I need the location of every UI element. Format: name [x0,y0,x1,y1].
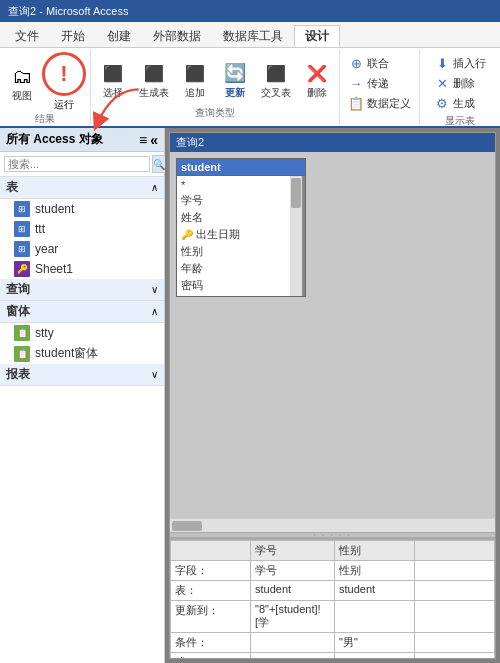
grid-cell-or-1[interactable] [251,653,335,659]
showtable-label: 显示表 [445,114,475,130]
grid-cell-condition-2[interactable]: "男" [335,633,415,653]
datadef-label: 数据定义 [367,96,411,111]
section-forms[interactable]: 窗体 ∧ [0,301,164,323]
showhide-buttons: ⬇ 插入行 ✕ 删除 ⚙ 生成 [430,52,490,114]
select-label: 选择 [103,87,123,99]
crosstab-button[interactable]: ⬛ 交叉表 [257,57,295,101]
pass-button[interactable]: → 传递 [344,74,415,92]
reports-chevron: ∨ [151,369,158,380]
grid-cell-condition-1[interactable] [251,633,335,653]
ribbon-group-querysetup: ⊕ 联合 → 传递 📋 数据定义 [340,50,420,124]
append-icon: ⬛ [181,59,209,87]
grid-cell-update-2[interactable] [335,601,415,633]
main-area: 所有 Access 对象 ≡ « 🔍 表 ∧ ⊞ student ⊞ ttt ⊞… [0,128,500,663]
querysetup-buttons: ⊕ 联合 → 传递 📋 数据定义 [344,52,415,114]
ribbon-group-showhide: ⬇ 插入行 ✕ 删除 ⚙ 生成 显示表 [420,50,500,124]
grid-cell-table-2[interactable]: student [335,581,415,601]
forms-chevron: ∧ [151,306,158,317]
ribbon-tabs: 文件 开始 创建 外部数据 数据库工具 设计 [0,22,500,48]
pass-label: 传递 [367,76,389,91]
grid-row-update: 更新到： "8"+[student]![学 [171,601,495,633]
query-table-area[interactable]: student * 学号 姓名 [170,152,495,518]
field-gender[interactable]: 性别 [177,243,302,260]
generate-button[interactable]: ⬛ 生成表 [135,57,173,101]
grid-header-col1[interactable]: 学号 [251,541,335,561]
year-table-icon: ⊞ [14,241,30,257]
section-reports[interactable]: 报表 ∨ [0,364,164,386]
tab-external[interactable]: 外部数据 [142,25,212,47]
field-age[interactable]: 年龄 [177,260,302,277]
search-input[interactable] [4,156,150,172]
tab-file[interactable]: 文件 [4,25,50,47]
panel-menu-icon[interactable]: ≡ [139,132,147,148]
grid-cell-table-1[interactable]: student [251,581,335,601]
generate-label: 生成表 [139,87,169,99]
run-label: 运行 [54,98,74,112]
grid-header-col2[interactable]: 性别 [335,541,415,561]
search-box: 🔍 [0,152,164,177]
grid-header-col3[interactable] [415,541,495,561]
select-button[interactable]: ⬛ 选择 [95,57,131,101]
studentform-icon: 📋 [14,346,30,362]
tab-home[interactable]: 开始 [50,25,96,47]
field-name[interactable]: 姓名 [177,209,302,226]
tree-item-ttt[interactable]: ⊞ ttt [0,219,164,239]
panel-header-icons: ≡ « [139,132,158,148]
table-scrollbar[interactable] [290,176,302,296]
section-queries[interactable]: 查询 ∨ [0,279,164,301]
ttt-label: ttt [35,222,45,236]
grid-cell-or-2[interactable] [335,653,415,659]
grid-cell-table-3[interactable] [415,581,495,601]
grid-cell-field-3[interactable] [415,561,495,581]
datadef-button[interactable]: 📋 数据定义 [344,94,415,112]
tree-item-sheet1[interactable]: 🔑 Sheet1 [0,259,164,279]
remove-btn[interactable]: ✕ 删除 [430,74,490,92]
tree-item-year[interactable]: ⊞ year [0,239,164,259]
tree-item-stty[interactable]: 📋 stty [0,323,164,343]
query-body: student * 学号 姓名 [170,152,495,658]
field-password-label: 密码 [181,278,203,293]
generate-icon: ⬛ [140,59,168,87]
delete-button[interactable]: ❌ 删除 [299,57,335,101]
generate2-label: 生成 [453,96,475,111]
grid-row-table: 表： student student [171,581,495,601]
field-name-label: 姓名 [181,210,203,225]
view-icon: 🗂 [8,62,36,90]
field-all-label: * [181,179,185,191]
union-label: 联合 [367,56,389,71]
grid-cell-field-2[interactable]: 性别 [335,561,415,581]
remove-icon: ✕ [434,75,450,91]
right-content: 查询2 student * 学号 [165,128,500,663]
union-button[interactable]: ⊕ 联合 [344,54,415,72]
grid-header-rowlabels [171,541,251,561]
insert-row-button[interactable]: ⬇ 插入行 [430,54,490,72]
section-tables[interactable]: 表 ∧ [0,177,164,199]
grid-cell-or-3[interactable] [415,653,495,659]
tab-design[interactable]: 设计 [294,25,340,47]
search-button[interactable]: 🔍 [152,155,166,173]
append-button[interactable]: ⬛ 追加 [177,57,213,101]
grid-cell-condition-3[interactable] [415,633,495,653]
grid-row-or: 或： [171,653,495,659]
run-circle: ! [42,52,86,96]
field-birthdate[interactable]: 🔑 出生日期 [177,226,302,243]
field-password[interactable]: 密码 [177,277,302,294]
tree-item-student[interactable]: ⊞ student [0,199,164,219]
union-icon: ⊕ [348,55,364,71]
tree-item-studentform[interactable]: 📋 student窗体 [0,343,164,364]
tab-create[interactable]: 创建 [96,25,142,47]
field-all[interactable]: * [177,178,302,192]
tab-dbtools[interactable]: 数据库工具 [212,25,294,47]
field-id[interactable]: 学号 [177,192,302,209]
view-button[interactable]: 🗂 视图 [4,60,40,104]
panel-collapse-icon[interactable]: « [150,132,158,148]
generate2-btn[interactable]: ⚙ 生成 [430,94,490,112]
sheet1-label: Sheet1 [35,262,73,276]
grid-cell-field-1[interactable]: 学号 [251,561,335,581]
table-widget-body: * 学号 姓名 🔑 出生日期 [177,176,305,296]
grid-label-table: 表： [171,581,251,601]
grid-cell-update-3[interactable] [415,601,495,633]
run-button[interactable]: ! 运行 [42,52,86,112]
grid-cell-update-1[interactable]: "8"+[student]![学 [251,601,335,633]
update-button[interactable]: 🔄 更新 [217,57,253,101]
